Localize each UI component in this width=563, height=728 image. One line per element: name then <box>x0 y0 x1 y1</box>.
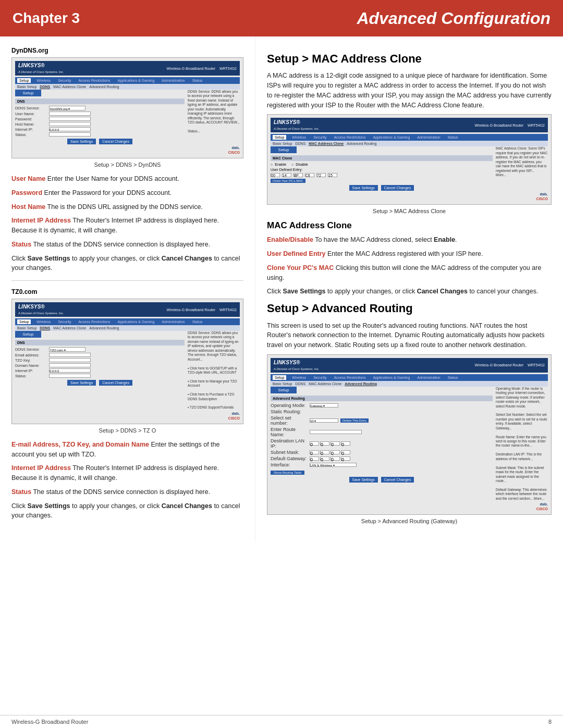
tzo-subnav-routing: Advanced Routing <box>89 326 119 330</box>
tzo-router-screenshot: LINKSYS®A Division of Cisco Systems, Inc… <box>11 299 243 424</box>
routing-caption: Setup > Advanced Routing (Gateway) <box>267 518 552 524</box>
routing-save-btn[interactable]: Save Settings <box>349 477 378 483</box>
subnav-mac: MAC Address Clone <box>53 85 86 89</box>
tzo-router-body: Setup DNS DDNS Service: TZO.com ▾ Email … <box>15 331 240 410</box>
tzo-ip-input: 0.0.0.0 <box>49 368 91 373</box>
delete-entry-btn[interactable]: Delete This Entry <box>340 418 369 423</box>
tzo-domain-row: Domain Name: <box>15 363 185 367</box>
left-column: DynDNS.org LINKSYS®A Division of Cisco S… <box>0 36 255 541</box>
save-settings-btn[interactable]: Save Settings <box>67 139 96 144</box>
mac-nav-wireless: Wireless <box>290 135 308 140</box>
password-para: Password Enter the Password for your DDN… <box>11 188 243 198</box>
routing-nav-status: Status <box>446 375 460 380</box>
cancel-changes-btn[interactable]: Cancel Changes <box>99 139 132 144</box>
user-defined-label: User Defined Entry: <box>271 168 323 171</box>
subnav-ddns: DDNS <box>40 85 50 89</box>
ddns-service-select: DynDNS.org ▾ <box>49 106 85 110</box>
username-row: User Name: <box>15 112 185 116</box>
show-routing-table-btn[interactable]: Show Routing Table <box>271 471 304 475</box>
operating-mode-row: Operating Mode: Gateway ▾ <box>271 403 493 408</box>
password-term: Password <box>11 189 42 196</box>
subnav-routing: Advanced Routing <box>89 85 119 89</box>
tzo-subnav-ddns: DDNS <box>40 326 50 330</box>
user-name-text: Enter the User Name for your DDNS accoun… <box>47 175 179 182</box>
tzo-domain-input <box>49 363 91 367</box>
page-title: Advanced Configuration <box>357 9 550 28</box>
show-routing-row: Show Routing Table <box>271 470 493 475</box>
mac-octet-4: C6 <box>305 173 314 177</box>
enable-label: Enable <box>275 163 286 166</box>
dyndns-caption: Setup > DDNS > DynDNS <box>11 162 243 168</box>
footer-product: Wireless-G Broadband Router <box>11 719 88 725</box>
host-name-text: The is the DDNS URL assigned by the DDNS… <box>47 203 203 211</box>
tzo-cisco-logo: ılıılı. CISCO <box>15 411 240 421</box>
hostname-row: Host Name: <box>15 122 185 126</box>
mac-nav-admin: Administration <box>415 135 442 140</box>
tzo-key-row: TZO Key: <box>15 358 185 362</box>
gw-4: 0 <box>341 456 350 461</box>
mac-router-buttons: Save Settings Cancel Changes <box>271 185 493 191</box>
mac-linksys-logo: LINKSYS®A Division of Cisco Systems, Inc… <box>274 119 319 131</box>
user-defined-entry-term: User Defined Entry <box>267 250 326 257</box>
default-gw-boxes: 0 0 0 0 <box>310 456 350 461</box>
mac-cancel-btn[interactable]: Cancel Changes <box>381 185 414 191</box>
tzo-status-input <box>49 374 91 378</box>
routing-router-screenshot: LINKSYS®A Division of Cisco Systems, Inc… <box>267 354 552 515</box>
routing-linksys-logo: LINKSYS®A Division of Cisco Systems, Inc… <box>274 360 319 371</box>
tzo-save-btn[interactable]: Save Settings <box>67 380 96 386</box>
tzo-router-model: Wireless-G Broadband Router WRT54G2 <box>167 308 237 312</box>
routing-subnav-routing: Advanced Routing <box>345 382 377 386</box>
router-side-help: DDNS Service: DDNS allows you to access … <box>188 90 240 144</box>
routing-nav-setup: Setup <box>273 375 286 380</box>
subnet-4: 0 <box>341 450 350 454</box>
mac-caption: Setup > MAC Address Clone <box>267 208 552 214</box>
main-content: DynDNS.org LINKSYS®A Division of Cisco S… <box>0 36 563 541</box>
right-column: Setup > MAC Address Clone A MAC address … <box>255 36 563 541</box>
user-defined-row: User Defined Entry: <box>271 168 493 171</box>
internet-ip-para: Internet IP Address The Router's Interne… <box>11 216 243 236</box>
routing-router-header: LINKSYS®A Division of Cisco Systems, Inc… <box>271 358 548 373</box>
mac-ip-row: 00 14 BF C6 72 15 <box>271 173 493 177</box>
mac-save-btn[interactable]: Save Settings <box>349 185 378 191</box>
select-num-select: 10 ▾ <box>310 418 338 423</box>
tzo-router-buttons: Save Settings Cancel Changes <box>15 380 185 386</box>
nav-admin: Administration <box>160 78 186 83</box>
routing-cancel-btn[interactable]: Cancel Changes <box>381 477 414 483</box>
mac-subnav-basic: Basic Setup <box>273 142 292 145</box>
routing-nav-apps: Applications & Gaming <box>372 375 412 380</box>
tzo-service-row: DDNS Service: TZO.com ▾ <box>15 347 185 352</box>
user-defined-para: User Defined Entry Enter the MAC Address… <box>267 249 552 259</box>
dest-ip-3: 0 <box>331 441 340 446</box>
status-row: Status: <box>15 132 185 137</box>
mac-setup-label: Setup <box>271 146 297 153</box>
tzo-router-nav: Setup Wireless Security Access Restricti… <box>15 318 240 325</box>
dyndns-section-label: DynDNS.org <box>11 47 243 54</box>
routing-nav-access: Access Restrictions <box>332 375 367 380</box>
user-name-term: User Name <box>11 175 45 182</box>
route-name-row: Enter Route Name: <box>271 427 493 437</box>
tzo-section-label: TZ0.com <box>11 288 243 295</box>
host-name-para: Host Name The is the DDNS URL assigned b… <box>11 202 243 212</box>
clone-btn-row: Clone Your PC's MAC <box>271 179 493 183</box>
mac-router-header: LINKSYS®A Division of Cisco Systems, Inc… <box>271 118 548 132</box>
operating-mode-select: Gateway ▾ <box>310 403 338 408</box>
internet-ip-term: Internet IP Address <box>11 217 71 224</box>
clone-pc-mac-btn[interactable]: Clone Your PC's MAC <box>271 179 305 183</box>
dest-ip-2: 0 <box>320 441 329 446</box>
email-para: E-mail Address, TZO Key, and Domain Name… <box>11 440 243 460</box>
mac-subnav-mac: MAC Address Clone <box>309 142 344 145</box>
dest-ip-4: 0 <box>341 441 350 446</box>
select-num-row: Select set number: 10 ▾ Delete This Entr… <box>271 415 493 426</box>
mac-sub-heading: MAC Address Clone <box>267 220 552 231</box>
tzo-email-input <box>49 353 91 357</box>
tzo-cancel-btn[interactable]: Cancel Changes <box>99 380 132 386</box>
dyndns-router-screenshot: LINKSYS®A Division of Cisco Systems, Inc… <box>11 57 243 158</box>
router-nav: Setup Wireless Security Access Restricti… <box>15 77 240 84</box>
dest-ip-row: Destination LAN IP: 0 0 0 0 <box>271 438 493 449</box>
tzo-side-help: DDNS Service: DDNS allows you to access … <box>188 331 240 410</box>
enable-word: Enable <box>434 236 455 243</box>
tzo-nav-setup: Setup <box>17 319 31 324</box>
default-gw-row: Default Gateway: 0 0 0 0 <box>271 456 493 461</box>
routing-router-nav: Setup Wireless Security Access Restricti… <box>271 374 548 381</box>
subnet-row: Subnet Mask: 0 0 0 0 <box>271 450 493 455</box>
